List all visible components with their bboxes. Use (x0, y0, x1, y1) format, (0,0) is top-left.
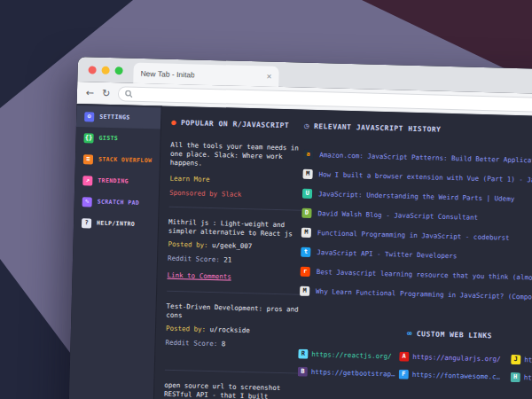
post-score-line: Reddit Score: 8 (165, 337, 298, 352)
custom-link-truncated[interactable]: J https:// (511, 355, 532, 366)
minimize-window-button[interactable] (102, 66, 110, 74)
custom-link-url[interactable]: https:// (524, 356, 532, 364)
gists-icon: {} (83, 133, 93, 143)
custom-link-angular[interactable]: A https://angularjs.org/ (399, 352, 511, 364)
custom-links-grid: R https://reactjs.org/ A https://angular… (298, 349, 532, 384)
sidebar-item-label: HELP/INTRO (97, 220, 135, 228)
angular-icon: A (399, 352, 409, 362)
post-author[interactable]: u/rockside (210, 325, 250, 334)
reddit-post: open source url to screenshot RESTful AP… (164, 381, 298, 399)
browser-tab[interactable]: New Tab - Initab × (133, 63, 279, 87)
history-list: a Amazon.com: JavaScript Patterns: Build… (300, 145, 532, 308)
reddit-score-label: Reddit Score: (168, 254, 220, 264)
search-icon (125, 90, 133, 98)
sidebar-item-stack-overflow[interactable]: ≡ STACK OVERFLOW (75, 148, 160, 171)
reddit-score-value: 8 (222, 340, 226, 348)
sidebar-item-scratch-pad[interactable]: ✎ SCRATCH PAD (74, 191, 159, 214)
post-author[interactable]: u/geek_007 (212, 241, 252, 250)
posted-by-label: Posted by: (168, 240, 207, 249)
reddit-column: ● POPULAR ON R/JAVASCRIPT All the tools … (163, 119, 304, 399)
custom-link-fontawesome[interactable]: F https://fontawesome.c… (399, 370, 511, 382)
sidebar-item-label: SCRATCH PAD (98, 199, 140, 207)
reddit-post: Test-Driven Development: pros and cons P… (165, 302, 299, 352)
bootstrap-icon: B (298, 367, 308, 377)
learn-more-link[interactable]: Learn More (169, 175, 209, 184)
custom-link-bootstrap[interactable]: B https://getbootstrap… (298, 367, 399, 379)
help-icon: ? (82, 218, 91, 228)
post-title[interactable]: Mithril js : Light-weight and simpler al… (168, 218, 301, 239)
post-author-line: Posted by: u/geek_007 (168, 239, 301, 254)
history-link[interactable]: Amazon.com: JavaScript Patterns: Build B… (319, 151, 532, 165)
history-column: ◷ RELEVANT JAVASCRIPT HISTORY a Amazon.c… (296, 122, 532, 399)
sponsored-post-body: All the tools your team needs in one pla… (170, 141, 304, 171)
custom-link-url[interactable]: https:// (524, 373, 532, 382)
sidebar-item-label: TRENDING (98, 177, 129, 185)
custom-links-header: ∞ CUSTOM WEB LINKS (407, 330, 532, 342)
reddit-score-label: Reddit Score: (165, 339, 217, 348)
sidebar-item-label: STACK OVERFLOW (98, 156, 153, 165)
sidebar-item-trending[interactable]: ↗ TRENDING (74, 169, 160, 192)
refresh-button[interactable]: ↻ (102, 88, 111, 98)
sidebar-item-settings[interactable]: ⚙ SETTINGS (76, 106, 161, 129)
reddit-section-header: ● POPULAR ON R/JAVASCRIPT (171, 119, 304, 130)
history-link[interactable]: Best Javascript learning resource that y… (317, 268, 532, 282)
browser-window: New Tab - Initab × ← ↻ ⚙ SETTINGS (68, 57, 532, 399)
sidebar-item-label: GISTS (99, 135, 119, 143)
posted-by-label: Posted by: (166, 325, 206, 333)
history-link[interactable]: David Walsh Blog - JavaScript Consultant (317, 209, 478, 222)
reddit-score-value: 21 (223, 255, 231, 263)
medium-icon: M (302, 168, 312, 178)
post-divider (167, 291, 300, 295)
sidebar-item-help-intro[interactable]: ? HELP/INTRO (74, 212, 159, 235)
link-to-comments[interactable]: Link to Comments (167, 271, 231, 281)
history-header-label: RELEVANT JAVASCRIPT HISTORY (314, 122, 442, 134)
link-icon: ∞ (407, 330, 412, 338)
sidebar-item-gists[interactable]: {} GISTS (75, 127, 160, 150)
history-link[interactable]: Functional Programming in JavaScript - c… (317, 229, 510, 242)
website-icon: H (511, 372, 520, 382)
history-link[interactable]: How I built a browser extension with Vue… (319, 170, 532, 184)
tab-title: New Tab - Initab (140, 68, 195, 79)
clock-icon: ◷ (304, 122, 309, 130)
twitter-icon: t (301, 246, 310, 256)
react-icon: R (298, 349, 308, 359)
back-button[interactable]: ← (86, 88, 95, 98)
reddit-post: Mithril js : Light-weight and simpler al… (167, 218, 301, 285)
website-icon: J (511, 355, 520, 364)
post-divider (165, 370, 298, 374)
close-window-button[interactable] (89, 66, 97, 74)
custom-link-truncated[interactable]: H https:// (511, 372, 532, 384)
history-section-header: ◷ RELEVANT JAVASCRIPT HISTORY (304, 122, 532, 137)
medium-icon: M (301, 227, 311, 237)
medium-icon: M (300, 286, 309, 295)
custom-link-url[interactable]: https://reactjs.org/ (311, 350, 392, 360)
history-link[interactable]: JavaScript API - Twitter Developers (317, 248, 457, 260)
trending-icon: ↗ (82, 176, 92, 185)
post-author-line: Posted by: u/rockside (166, 323, 299, 338)
davidwalsh-icon: D (301, 207, 311, 217)
post-title[interactable]: Test-Driven Development: pros and cons (166, 302, 299, 324)
initab-page: ⚙ SETTINGS {} GISTS ≡ STACK OVERFLOW ↗ T… (68, 104, 532, 399)
udemy-icon: U (302, 188, 312, 198)
custom-link-url[interactable]: https://fontawesome.c… (412, 371, 501, 381)
sponsored-post: All the tools your team needs in one pla… (169, 141, 304, 200)
custom-link-url[interactable]: https://getbootstrap… (311, 368, 395, 378)
sidebar: ⚙ SETTINGS {} GISTS ≡ STACK OVERFLOW ↗ T… (68, 104, 162, 399)
reddit-icon: ● (171, 119, 176, 127)
pencil-icon: ✎ (82, 197, 92, 207)
custom-link-react[interactable]: R https://reactjs.org/ (298, 349, 399, 362)
sidebar-item-label: SETTINGS (99, 113, 130, 121)
history-link[interactable]: JavaScript: Understanding the Weird Part… (318, 190, 514, 203)
sponsored-by-label: Sponsored by Slack (169, 189, 302, 200)
main-content: ● POPULAR ON R/JAVASCRIPT All the tools … (153, 106, 532, 399)
custom-links-header-label: CUSTOM WEB LINKS (417, 330, 492, 340)
stack-overflow-icon: ≡ (83, 154, 93, 164)
custom-link-url[interactable]: https://angularjs.org/ (412, 353, 501, 364)
post-title[interactable]: open source url to screenshot RESTful AP… (164, 381, 298, 399)
fontawesome-icon: F (399, 370, 409, 379)
maximize-window-button[interactable] (115, 66, 123, 74)
history-link[interactable]: Why Learn Functional Programming in Java… (316, 287, 532, 301)
tab-close-button[interactable]: × (267, 72, 272, 82)
post-score-line: Reddit Score: 21 (168, 253, 301, 268)
desktop-background: New Tab - Initab × ← ↻ ⚙ SETTINGS (0, 0, 532, 399)
